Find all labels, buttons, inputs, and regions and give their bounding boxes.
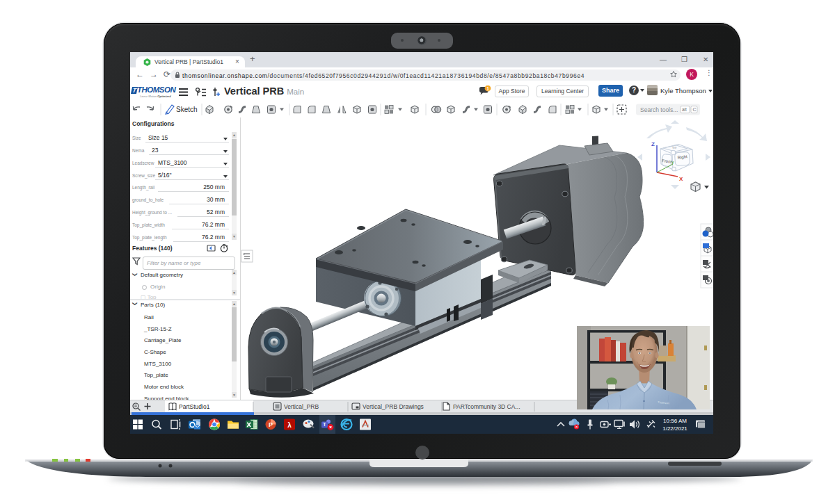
svg-text:Vertical_PRB Drawings: Vertical_PRB Drawings xyxy=(363,403,424,410)
svg-text:alt: alt xyxy=(682,107,687,112)
svg-text:Y: Y xyxy=(671,161,674,165)
svg-text:10:56 AM: 10:56 AM xyxy=(663,418,687,424)
svg-text:1/22/2021: 1/22/2021 xyxy=(662,425,687,432)
svg-text:Sketch: Sketch xyxy=(176,106,198,113)
svg-text:PARTcommunity 3D CA...: PARTcommunity 3D CA... xyxy=(453,403,520,410)
svg-text:Vertical_PRB: Vertical_PRB xyxy=(284,403,319,410)
svg-text:T: T xyxy=(323,422,326,427)
svg-text:Z: Z xyxy=(651,141,655,147)
svg-text:1: 1 xyxy=(486,86,489,91)
svg-text:λ: λ xyxy=(287,421,292,429)
svg-text:C: C xyxy=(693,107,697,112)
svg-text:P: P xyxy=(269,421,273,428)
svg-text:PartStudio1: PartStudio1 xyxy=(179,403,210,410)
svg-text:Search tools...: Search tools... xyxy=(640,106,678,113)
svg-text:X: X xyxy=(679,176,683,182)
